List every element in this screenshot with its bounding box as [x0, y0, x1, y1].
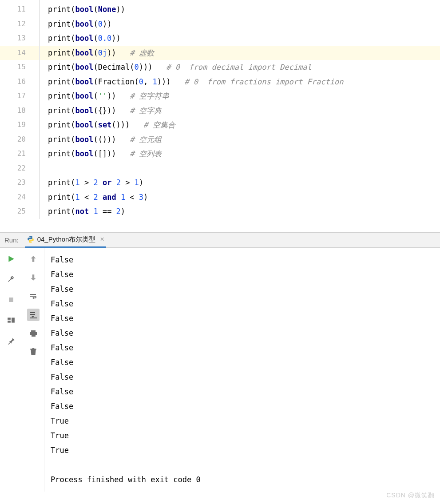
- line-number: 17: [0, 89, 39, 103]
- code-line[interactable]: print(bool(0)): [48, 17, 440, 32]
- code-line[interactable]: print(bool(0.0)): [48, 31, 440, 46]
- run-tool-col-1: [0, 248, 22, 492]
- code-line[interactable]: print(bool([])) # 空列表: [48, 147, 440, 161]
- line-gutter: 111213141516171819202122232425: [0, 0, 40, 219]
- python-icon: [27, 235, 35, 243]
- line-number: 21: [0, 147, 39, 161]
- trash-icon[interactable]: [27, 346, 40, 358]
- run-label: Run:: [4, 236, 19, 244]
- close-icon[interactable]: ×: [100, 235, 104, 243]
- line-number: 15: [0, 60, 39, 75]
- run-tab[interactable]: 04_Python布尔类型 ×: [25, 233, 106, 248]
- line-number: 24: [0, 190, 39, 205]
- line-number: 22: [0, 161, 39, 176]
- line-number: 14: [0, 46, 39, 60]
- code-line[interactable]: print(bool(None)): [48, 2, 440, 17]
- line-number: 20: [0, 132, 39, 147]
- code-line[interactable]: [48, 161, 440, 176]
- line-number: 16: [0, 75, 39, 89]
- pin-icon[interactable]: [5, 334, 17, 347]
- code-line[interactable]: print(bool(Fraction(0, 1))) # 0 from fra…: [48, 75, 440, 89]
- svg-rect-2: [8, 321, 11, 323]
- code-line[interactable]: print(bool({})) # 空字典: [48, 103, 440, 118]
- line-number: 12: [0, 17, 39, 32]
- scroll-to-end-icon[interactable]: [27, 309, 40, 321]
- run-tool-col-2: [22, 248, 44, 492]
- line-number: 13: [0, 31, 39, 46]
- run-tab-bar: Run: 04_Python布尔类型 ×: [0, 233, 440, 248]
- svg-rect-3: [12, 317, 15, 322]
- line-number: 19: [0, 118, 39, 132]
- line-number: 11: [0, 2, 39, 17]
- soft-wrap-icon[interactable]: [27, 290, 40, 302]
- layout-icon[interactable]: [5, 314, 17, 326]
- line-number: 25: [0, 204, 39, 219]
- svg-rect-0: [9, 298, 13, 302]
- code-line[interactable]: print(1 < 2 and 1 < 3): [48, 190, 440, 205]
- code-line[interactable]: print(bool(())) # 空元组: [48, 132, 440, 147]
- code-area[interactable]: print(bool(None))print(bool(0))print(boo…: [40, 0, 440, 219]
- wrench-icon[interactable]: [5, 273, 17, 286]
- run-panel: Run: 04_Python布尔类型 ×: [0, 232, 440, 492]
- code-line[interactable]: print(not 1 == 2): [48, 204, 440, 219]
- line-number: 23: [0, 175, 39, 190]
- code-line[interactable]: print(bool('')) # 空字符串: [48, 89, 440, 103]
- run-tab-name: 04_Python布尔类型: [37, 235, 96, 244]
- down-arrow-icon[interactable]: [27, 271, 40, 284]
- console-output[interactable]: False False False False False False Fals…: [44, 248, 440, 492]
- code-line[interactable]: print(bool(0j)) # 虚数: [40, 46, 440, 60]
- code-line[interactable]: print(1 > 2 or 2 > 1): [48, 175, 440, 190]
- code-line[interactable]: print(bool(set())) # 空集合: [48, 118, 440, 132]
- up-arrow-icon[interactable]: [27, 253, 40, 265]
- code-editor[interactable]: 111213141516171819202122232425 print(boo…: [0, 0, 440, 219]
- stop-button[interactable]: [5, 294, 17, 306]
- print-icon[interactable]: [27, 327, 40, 340]
- rerun-button[interactable]: [5, 253, 17, 265]
- code-line[interactable]: print(bool(Decimal(0))) # 0 from decimal…: [48, 60, 440, 75]
- svg-rect-1: [8, 317, 11, 320]
- line-number: 18: [0, 103, 39, 118]
